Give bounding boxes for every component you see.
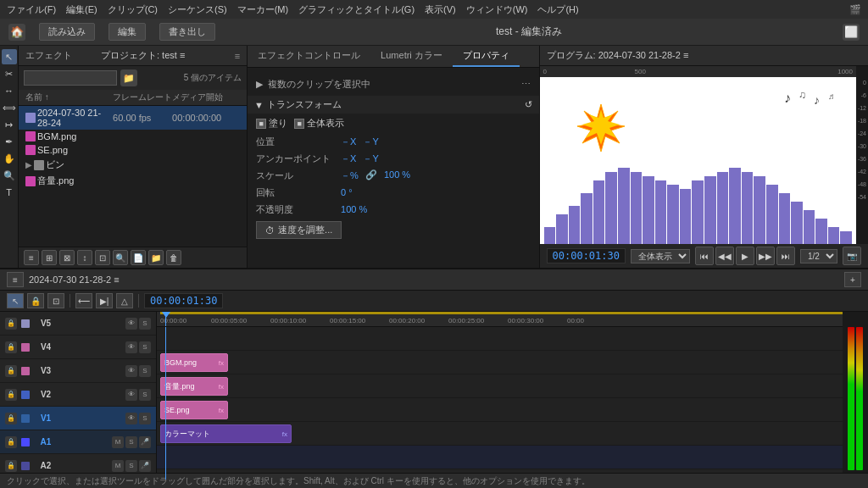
export-button[interactable]: 書き出し: [159, 23, 215, 41]
v1-solo-btn[interactable]: S: [139, 413, 151, 424]
v4-solo-btn[interactable]: S: [139, 341, 151, 353]
tl-insert-btn[interactable]: ▶|: [96, 293, 113, 308]
list-item[interactable]: 2024-07-30 21-28-24 60.00 fps 00:00:00:0…: [19, 106, 247, 130]
all-checkbox[interactable]: ■: [294, 119, 304, 129]
clip-se[interactable]: SE.png fx: [160, 401, 228, 419]
slip-tool[interactable]: ↦: [2, 117, 17, 132]
a2-m-btn[interactable]: M: [112, 460, 124, 472]
goto-in-button[interactable]: ⏮: [695, 247, 714, 265]
v5-solo-btn[interactable]: S: [139, 318, 151, 330]
menu-view[interactable]: 表示(V): [425, 3, 456, 16]
a2-lock-btn[interactable]: 🔒: [5, 460, 17, 472]
v4-eye-btn[interactable]: 👁: [125, 341, 137, 353]
panel-menu-icon[interactable]: ≡: [235, 51, 240, 61]
razor-tool[interactable]: ✂: [2, 66, 17, 81]
a1-lock-btn[interactable]: 🔒: [5, 436, 17, 448]
paint-checkbox[interactable]: ■: [256, 119, 266, 129]
track-row-v4[interactable]: BGM.png fx: [157, 351, 843, 374]
tab-lumetri[interactable]: Lumetri カラー: [370, 46, 453, 67]
list-item[interactable]: ▶ ビン: [19, 157, 247, 173]
tl-add-track-btn[interactable]: +: [844, 272, 861, 287]
hand-tool[interactable]: ✋: [2, 151, 17, 166]
clip-onryo[interactable]: 音量.png fx: [160, 377, 228, 396]
freeform-btn[interactable]: ⊠: [59, 250, 75, 265]
view-select[interactable]: 全体表示: [631, 249, 690, 263]
effect-menu-icon[interactable]: ⋯: [521, 79, 531, 90]
import-button[interactable]: 読み込み: [39, 23, 95, 41]
clip-colormat[interactable]: カラーマット fx: [160, 424, 292, 443]
menu-window[interactable]: ウィンドウ(W): [466, 3, 528, 16]
play-button[interactable]: ▶: [736, 247, 754, 265]
v1-lock-btn[interactable]: 🔒: [5, 413, 17, 424]
all-display-option[interactable]: ■ 全体表示: [294, 117, 344, 130]
a1-m-btn[interactable]: M: [112, 436, 124, 448]
clip-bgm[interactable]: BGM.png fx: [160, 353, 228, 372]
search-btn[interactable]: 🔍: [113, 250, 128, 265]
v5-eye-btn[interactable]: 👁: [125, 318, 137, 330]
tab-effect-controls[interactable]: エフェクトコントロール: [248, 46, 370, 67]
track-row-a1[interactable]: [157, 446, 843, 469]
list-item[interactable]: 音量.png: [19, 173, 247, 189]
program-timecode[interactable]: 00:00:01:30: [547, 248, 626, 263]
v2-solo-btn[interactable]: S: [139, 389, 151, 401]
v3-solo-btn[interactable]: S: [139, 365, 151, 377]
tl-select-tool[interactable]: ↖: [7, 293, 24, 308]
v2-eye-btn[interactable]: 👁: [125, 389, 137, 401]
step-back-button[interactable]: ◀◀: [715, 247, 734, 265]
ripple-tool[interactable]: ↔: [2, 83, 17, 98]
new-bin-btn[interactable]: 📁: [148, 250, 164, 265]
zoom-tool[interactable]: 🔍: [2, 168, 17, 183]
menu-edit[interactable]: 編集(E): [66, 3, 97, 16]
list-view-btn[interactable]: ≡: [24, 250, 39, 265]
tl-lock-btn[interactable]: 🔒: [27, 293, 44, 308]
tab-properties[interactable]: プロパティ: [453, 46, 520, 67]
menu-help[interactable]: ヘルプ(H): [537, 3, 578, 16]
edit-button[interactable]: 編集: [108, 23, 146, 41]
roll-tool[interactable]: ⟺: [2, 100, 17, 115]
search-input[interactable]: [24, 70, 117, 86]
icon-view-btn[interactable]: ⊞: [42, 250, 57, 265]
v5-lock-btn[interactable]: 🔒: [5, 318, 17, 330]
list-item[interactable]: SE.png: [19, 143, 247, 157]
transform-header-row[interactable]: ▼ トランスフォーム ↺: [248, 96, 538, 114]
sort-btn[interactable]: ↕: [77, 250, 92, 265]
new-bin-icon[interactable]: 📁: [120, 69, 137, 86]
a1-mic-btn[interactable]: 🎤: [139, 436, 151, 448]
autofit-btn[interactable]: ⊡: [95, 250, 110, 265]
a2-mic-btn[interactable]: 🎤: [139, 460, 151, 472]
menu-marker[interactable]: マーカー(M): [237, 3, 289, 16]
a1-s-btn[interactable]: S: [125, 436, 137, 448]
v4-lock-btn[interactable]: 🔒: [5, 341, 17, 353]
tl-lift-btn[interactable]: △: [116, 293, 133, 308]
delete-btn[interactable]: 🗑: [166, 250, 181, 265]
v1-eye-btn[interactable]: 👁: [125, 413, 137, 424]
export-frame-button[interactable]: 📷: [843, 247, 861, 265]
type-tool[interactable]: T: [2, 185, 17, 200]
step-forward-button[interactable]: ▶▶: [756, 247, 775, 265]
home-icon[interactable]: 🏠: [8, 24, 25, 41]
pen-tool[interactable]: ✒: [2, 134, 17, 149]
paint-option[interactable]: ■ 塗り: [256, 117, 287, 130]
v3-lock-btn[interactable]: 🔒: [5, 365, 17, 377]
select-tool[interactable]: ↖: [2, 49, 17, 64]
track-row-v3[interactable]: 音量.png fx: [157, 374, 843, 398]
a2-s-btn[interactable]: S: [125, 460, 137, 472]
new-item-btn[interactable]: 📄: [131, 250, 146, 265]
quality-select[interactable]: 1/2: [800, 249, 837, 263]
menu-file[interactable]: ファイル(F): [7, 3, 56, 16]
track-row-v2[interactable]: SE.png fx: [157, 398, 843, 422]
tl-snap-btn[interactable]: ⊡: [47, 293, 64, 308]
speed-adjust-button[interactable]: ⏱ 速度を調整...: [256, 221, 342, 239]
reset-icon[interactable]: ↺: [525, 99, 532, 110]
maximize-icon[interactable]: ⬜: [843, 24, 860, 41]
tl-linked-select-btn[interactable]: ⟵: [75, 293, 92, 308]
menu-graphics[interactable]: グラフィックとタイトル(G): [298, 3, 415, 16]
goto-out-button[interactable]: ⏭: [776, 247, 795, 265]
list-item[interactable]: BGM.png: [19, 130, 247, 143]
tl-settings-icon[interactable]: ≡: [7, 272, 24, 287]
v3-eye-btn[interactable]: 👁: [125, 365, 137, 377]
track-row-v5[interactable]: [157, 327, 843, 351]
v2-lock-btn[interactable]: 🔒: [5, 389, 17, 401]
menu-clip[interactable]: クリップ(C): [108, 3, 158, 16]
menu-sequence[interactable]: シーケンス(S): [168, 3, 227, 16]
